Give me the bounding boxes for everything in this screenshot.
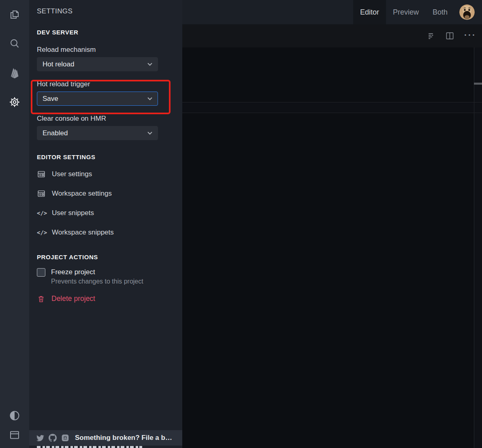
editor-scrollbar-track[interactable] [474, 47, 482, 448]
discord-icon[interactable] [61, 433, 70, 442]
link-workspace-settings[interactable]: Workspace settings [37, 184, 174, 203]
field-label-clear-console: Clear console on HMR [37, 115, 174, 123]
tab-label: Editor [360, 8, 379, 17]
settings-gear-icon[interactable] [0, 87, 29, 117]
freeze-project-description: Prevents changes to this project [51, 278, 143, 285]
panel-title: SETTINGS [37, 7, 174, 15]
editor-line-divider [182, 102, 482, 102]
tab-label: Both [433, 8, 448, 17]
tab-editor[interactable]: Editor [353, 0, 386, 24]
hot-reload-trigger-select[interactable]: Save [37, 92, 158, 106]
theme-contrast-icon[interactable] [0, 406, 29, 425]
tab-both[interactable]: Both [426, 0, 454, 24]
panel-footer: Something broken? File a b… [29, 430, 182, 446]
settings-panel: SETTINGS DEV SERVER Reload mechanism Hot… [29, 0, 182, 448]
firebase-icon[interactable] [0, 58, 29, 87]
section-heading-dev-server: DEV SERVER [37, 29, 174, 36]
clipped-footer-text [29, 446, 182, 448]
editor-line-divider [182, 113, 482, 113]
feedback-link[interactable]: Something broken? File a b… [75, 434, 172, 442]
delete-project-label: Delete project [51, 294, 95, 303]
field-label-reload-mechanism: Reload mechanism [37, 46, 174, 54]
split-editor-icon[interactable] [445, 31, 454, 41]
freeze-project-checkbox[interactable] [37, 268, 45, 277]
trash-icon [37, 294, 45, 303]
link-label: Workspace settings [52, 190, 112, 198]
field-label-hot-reload-trigger: Hot reload trigger [37, 80, 174, 88]
link-label: User snippets [52, 209, 94, 217]
link-label: User settings [52, 170, 92, 178]
screaming-face-icon [459, 4, 475, 20]
chevron-down-icon [147, 97, 153, 100]
section-heading-editor-settings: EDITOR SETTINGS [37, 154, 174, 160]
delete-project-button[interactable]: Delete project [37, 294, 174, 303]
github-icon[interactable] [48, 433, 57, 442]
tab-label: Preview [393, 8, 419, 17]
section-heading-project-actions: PROJECT ACTIONS [37, 254, 174, 260]
freeze-project-row[interactable]: Freeze project Prevents changes to this … [37, 268, 174, 285]
layout-panel-icon[interactable] [0, 425, 29, 445]
clear-console-select[interactable]: Enabled [37, 126, 158, 140]
user-avatar[interactable] [459, 4, 475, 20]
search-icon[interactable] [0, 29, 29, 58]
select-value: Save [43, 95, 58, 103]
prettier-icon[interactable] [427, 32, 435, 40]
select-value: Enabled [43, 129, 68, 137]
link-workspace-snippets[interactable]: </> Workspace snippets [37, 223, 174, 242]
activity-bar [0, 0, 29, 448]
more-actions-icon[interactable]: ··· [464, 30, 476, 41]
files-icon[interactable] [0, 0, 29, 29]
code-icon: </> [37, 229, 46, 236]
link-label: Workspace snippets [52, 228, 114, 237]
chevron-down-icon [147, 131, 153, 135]
current-line-highlight [182, 102, 482, 113]
select-value: Hot reload [43, 60, 74, 68]
link-user-snippets[interactable]: </> User snippets [37, 203, 174, 223]
editor-area[interactable] [182, 47, 482, 448]
reload-mechanism-select[interactable]: Hot reload [37, 57, 158, 71]
settings-file-icon [37, 189, 46, 198]
freeze-project-label: Freeze project [51, 268, 143, 277]
chevron-down-icon [147, 62, 153, 66]
code-icon: </> [37, 210, 46, 216]
link-user-settings[interactable]: User settings [37, 164, 174, 184]
tab-preview[interactable]: Preview [386, 0, 426, 24]
view-mode-header: Editor Preview Both [182, 0, 482, 24]
editor-toolbar: ··· [182, 24, 482, 47]
settings-file-icon [37, 170, 46, 179]
editor-scrollbar-thumb[interactable] [474, 83, 482, 85]
twitter-icon[interactable] [36, 433, 45, 442]
